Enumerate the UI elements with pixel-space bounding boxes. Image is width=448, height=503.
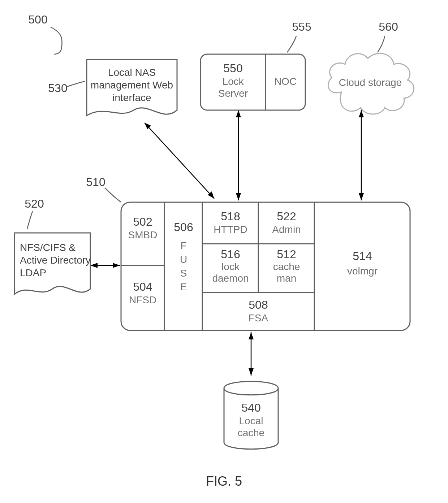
svg-text:Admin: Admin [272, 224, 301, 235]
svg-text:Local NAS: Local NAS [108, 67, 156, 78]
ref-500: 500 [28, 13, 47, 26]
leader-510 [105, 188, 121, 202]
ref-560: 560 [379, 20, 398, 33]
diagram: 500 530 555 560 520 510 Local NAS manage… [0, 0, 448, 503]
svg-marker-4 [236, 110, 241, 117]
svg-text:F: F [180, 240, 186, 251]
svg-text:U: U [180, 254, 187, 265]
svg-marker-13 [249, 332, 254, 339]
ref-555: 555 [292, 20, 311, 33]
svg-text:man: man [277, 273, 296, 284]
arrow-mainbox-cache [249, 332, 254, 376]
arrow-nasweb-mainbox [145, 123, 214, 199]
ref-530: 530 [48, 82, 67, 95]
svg-text:HTTPD: HTTPD [214, 224, 247, 235]
svg-text:NFS/CIFS &: NFS/CIFS & [20, 242, 76, 253]
svg-text:volmgr: volmgr [347, 265, 378, 277]
svg-text:506: 506 [174, 221, 193, 234]
svg-marker-14 [249, 368, 254, 376]
svg-text:Active Directory: Active Directory [20, 255, 91, 266]
svg-line-0 [145, 123, 214, 199]
svg-text:lock: lock [221, 261, 240, 272]
svg-marker-8 [359, 193, 364, 200]
svg-text:LDAP: LDAP [20, 267, 46, 278]
svg-text:550: 550 [223, 62, 242, 75]
svg-text:daemon: daemon [212, 273, 249, 284]
svg-text:514: 514 [353, 250, 372, 263]
ref-510: 510 [86, 175, 105, 188]
svg-text:E: E [180, 281, 187, 292]
svg-text:Cloud storage: Cloud storage [339, 77, 402, 88]
svg-text:518: 518 [221, 210, 240, 223]
box-local-cache: 540 Local cache [224, 381, 278, 449]
leader-530 [67, 81, 85, 87]
svg-text:NFSD: NFSD [129, 294, 156, 305]
leader-520 [27, 211, 33, 229]
box-nas-web: Local NAS management Web interface [87, 60, 177, 116]
arrow-nfscifs-mainbox [90, 263, 120, 268]
leader-500 [51, 27, 62, 54]
svg-text:FSA: FSA [249, 312, 268, 324]
leader-555 [287, 36, 296, 52]
svg-text:516: 516 [221, 248, 240, 261]
box-main-510: 502 SMBD 504 NFSD 506 F U S E 518 HTTPD … [121, 202, 410, 330]
svg-marker-10 [90, 263, 98, 268]
svg-text:502: 502 [133, 215, 152, 228]
svg-text:SMBD: SMBD [128, 229, 158, 240]
svg-text:management Web: management Web [91, 79, 173, 91]
svg-marker-5 [236, 193, 241, 200]
svg-text:cache: cache [273, 261, 300, 272]
svg-text:Lock: Lock [222, 76, 244, 87]
box-cloud-storage: Cloud storage [328, 53, 414, 114]
svg-text:Server: Server [218, 88, 248, 99]
arrow-lockserver-lockdaemon [236, 110, 241, 200]
svg-text:540: 540 [241, 401, 260, 414]
box-lockserver-noc: 550 Lock Server NOC [201, 54, 305, 110]
svg-text:cache: cache [238, 427, 265, 438]
svg-text:522: 522 [277, 210, 296, 223]
leader-560 [378, 36, 385, 52]
svg-text:NOC: NOC [274, 76, 297, 87]
svg-marker-11 [113, 263, 120, 268]
svg-text:interface: interface [112, 92, 151, 103]
arrow-cloud-volmgr [359, 110, 364, 200]
svg-text:512: 512 [277, 248, 296, 261]
ref-520: 520 [25, 197, 44, 210]
svg-text:504: 504 [133, 280, 152, 293]
svg-text:Local: Local [239, 415, 263, 426]
box-nfs-cifs: NFS/CIFS & Active Directory LDAP [14, 233, 91, 294]
figure-caption: FIG. 5 [206, 474, 242, 489]
svg-text:508: 508 [249, 298, 268, 311]
svg-text:S: S [180, 268, 187, 279]
